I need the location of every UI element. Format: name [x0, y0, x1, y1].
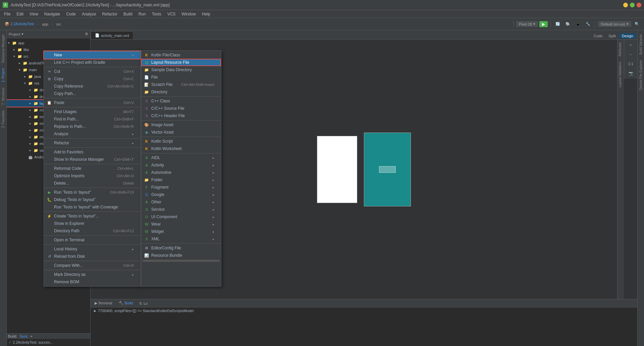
ctx-show-explorer[interactable]: Show in Explorer — [44, 220, 141, 227]
ctx-optimize[interactable]: Optimize Imports Ctrl+Alt+O — [44, 172, 141, 180]
ctx-compare[interactable]: Compare With... Ctrl+D — [44, 262, 141, 269]
sdk-button[interactable]: 🔧 — [584, 21, 592, 27]
ctx-reload[interactable]: ↺ Reload from Disk — [44, 253, 141, 260]
maximize-button[interactable] — [630, 3, 635, 7]
close-button[interactable] — [637, 3, 641, 7]
ctx-layout-resource[interactable]: ▤ Layout Resource File — [141, 59, 221, 66]
ctx-local-history[interactable]: Local History ▸ — [44, 245, 141, 253]
ctx-analyze[interactable]: Analyze ▸ — [44, 130, 141, 138]
sync-close[interactable]: × — [30, 334, 32, 338]
ctx-vector-asset[interactable]: ◈ Vector Asset — [141, 129, 221, 136]
menu-file[interactable]: File — [1, 11, 13, 17]
ctx-kotlin-file[interactable]: K Kotlin File/Class — [141, 51, 221, 59]
build-tab[interactable]: 🔨 Build — [116, 300, 136, 306]
ctx-cpp-header[interactable]: S C/C++ Header File — [141, 112, 221, 119]
project-tab[interactable]: 1: Project — [1, 65, 6, 85]
ctx-ui-component[interactable]: U UI Component ▸ — [141, 213, 221, 220]
ctx-aidl[interactable]: A AIDL ▸ — [141, 154, 221, 161]
ctx-create-tests[interactable]: ⚡ Create 'Tests in 'layout''... — [44, 212, 141, 220]
ctx-paste[interactable]: 📋 Paste Ctrl+V — [44, 99, 141, 106]
breadcrumb-app[interactable]: app — [40, 21, 50, 27]
ctx-dir-path[interactable]: Directory Path Ctrl+Alt+F12 — [44, 227, 141, 235]
ctx-kotlin-script[interactable]: K Kotlin Script — [141, 138, 221, 145]
ctx-service[interactable]: S Service ▸ — [141, 206, 221, 213]
favorites-tab[interactable]: 2: Favorites — [1, 108, 6, 131]
ctx-reformat[interactable]: Reformat Code Ctrl+Alt+L — [44, 165, 141, 172]
ctx-kotlin-worksheet[interactable]: K Kotlin Worksheet — [141, 145, 221, 152]
menu-view[interactable]: View — [27, 11, 41, 17]
ctx-sample-data[interactable]: 📁 Sample Data Directory — [141, 66, 221, 73]
design-fit[interactable]: 1:1 — [626, 60, 636, 68]
menu-refactor[interactable]: Refactor — [100, 11, 120, 17]
ctx-copy-ref[interactable]: Copy Reference Ctrl+Alt+Shift+C — [44, 83, 141, 90]
ctx-mark-dir[interactable]: Mark Directory as ▸ — [44, 271, 141, 278]
layout-validation-tab[interactable]: Layout Validation — [618, 59, 623, 90]
ctx-other[interactable]: A Other ▸ — [141, 198, 221, 206]
project-dropdown-icon[interactable]: ▾ — [21, 32, 23, 36]
sync-button[interactable]: 🔄 — [553, 21, 562, 27]
menu-navigate[interactable]: Navigate — [42, 11, 63, 17]
run-button[interactable]: ▶ — [539, 21, 548, 27]
ctx-new[interactable]: New ▸ — [44, 51, 141, 59]
menu-build[interactable]: Build — [121, 11, 135, 17]
ctx-file[interactable]: 📄 File — [141, 73, 221, 81]
menu-vcs[interactable]: VCS — [165, 11, 178, 17]
device-file-explorer-tab[interactable]: Device File Explorer — [638, 57, 643, 93]
ctx-resource-manager[interactable]: Show In Resource Manager Ctrl+Shift+T — [44, 156, 141, 163]
view-code-tab[interactable]: Code — [591, 33, 605, 39]
ctx-find-usages[interactable]: Find Usages Alt+F7 — [44, 108, 141, 115]
breadcrumb-project[interactable]: 📦 2.2ActivityTest — [3, 21, 36, 27]
attributes-tab[interactable]: Attributes — [618, 40, 623, 59]
ctx-editorconfig[interactable]: ⚙ EditorConfig File — [141, 244, 221, 252]
panel-gear-icon[interactable]: ⚙ — [85, 32, 88, 36]
ctx-remove-bom[interactable]: Remove BOM — [44, 278, 141, 286]
design-screenshot[interactable]: 📷 — [626, 69, 636, 77]
breadcrumb-src[interactable]: src — [54, 21, 63, 27]
menu-edit[interactable]: Edit — [14, 11, 26, 17]
view-design-tab[interactable]: Design — [619, 33, 636, 39]
ctx-directory[interactable]: 📁 Directory — [141, 88, 221, 96]
tree-app[interactable]: ▾ 📁 app — [7, 40, 90, 46]
device-selector[interactable]: Pixel 28 ▾ — [516, 21, 538, 27]
view-split-tab[interactable]: Split — [606, 33, 618, 39]
menu-help[interactable]: Help — [199, 11, 213, 17]
ctx-activity[interactable]: A Activity ▸ — [141, 161, 221, 169]
ctx-automotive[interactable]: A Automotive ▸ — [141, 169, 221, 176]
ctx-wear[interactable]: W Wear ▸ — [141, 220, 221, 228]
ctx-cpp-class[interactable]: S C++ Class — [141, 97, 221, 105]
gradle-button[interactable]: 🐘 — [564, 21, 572, 27]
avd-button[interactable]: 📱 — [574, 21, 582, 27]
ctx-google[interactable]: G Google ▸ — [141, 191, 221, 198]
ctx-scratch-file[interactable]: 📝 Scratch File Ctrl+Alt+Shift+Insert — [141, 81, 221, 88]
ctx-run-tests[interactable]: ▶ Run 'Tests in 'layout'' Ctrl+Shift+F10 — [44, 189, 141, 196]
design-zoom-in[interactable]: + — [626, 41, 636, 49]
ctx-add-favorites[interactable]: Add to Favorites — [44, 148, 141, 156]
ctx-run-coverage[interactable]: Run 'Tests in 'layout'' with Coverage — [44, 203, 141, 211]
ctx-debug-tests[interactable]: 🐛 Debug 'Tests in 'layout'' — [44, 196, 141, 203]
ctx-link-cpp[interactable]: Link C++ Project with Gradle — [44, 59, 141, 66]
ctx-copy-path[interactable]: Copy Path... — [44, 90, 141, 97]
menu-run[interactable]: Run — [136, 11, 149, 17]
locale-selector[interactable]: Default (en-us) ▾ — [598, 21, 631, 27]
tab-activity-main[interactable]: 📄 activity_main.xml — [91, 31, 133, 39]
log-tab[interactable]: 6: Lo — [137, 301, 150, 306]
ctx-terminal[interactable]: Open in Terminal — [44, 236, 141, 244]
ctx-replace-path[interactable]: Replace in Path... Ctrl+Shift+R — [44, 123, 141, 130]
search-button[interactable]: 🔍 — [633, 21, 641, 27]
menu-window[interactable]: Window — [179, 11, 199, 17]
menu-code[interactable]: Code — [63, 11, 78, 17]
ctx-widget[interactable]: W Widget ▸ — [141, 228, 221, 235]
ctx-image-asset[interactable]: 🎨 Image Asset — [141, 121, 221, 129]
ctx-copy[interactable]: ⧉ Copy Ctrl+C — [44, 75, 141, 83]
ctx-folder[interactable]: 📁 Folder ▸ — [141, 176, 221, 184]
ctx-xml[interactable]: X XML ▸ — [141, 235, 221, 243]
ctx-delete[interactable]: Delete... Delete — [44, 180, 141, 187]
terminal-tab[interactable]: ▶ Terminal — [92, 300, 115, 306]
ctx-cpp-source[interactable]: S C/C++ Source File — [141, 105, 221, 112]
structure-tab[interactable]: 7: Structure — [1, 85, 6, 108]
menu-analyze[interactable]: Analyze — [79, 11, 99, 17]
ctx-cut[interactable]: ✂ Cut Ctrl+X — [44, 68, 141, 75]
menu-tools[interactable]: Tools — [149, 11, 164, 17]
ctx-refactor[interactable]: Refactor ▸ — [44, 139, 141, 147]
ctx-fragment[interactable]: F Fragment ▸ — [141, 184, 221, 191]
